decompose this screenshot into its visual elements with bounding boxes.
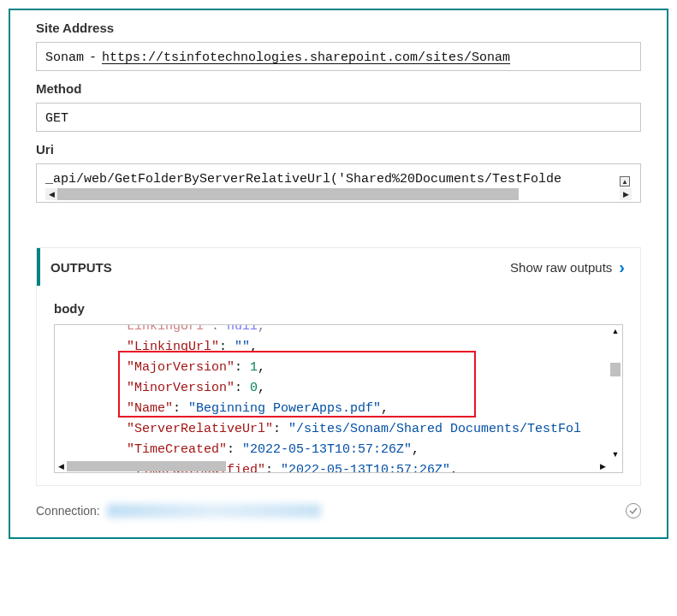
- method-value-box[interactable]: GET: [36, 103, 641, 132]
- connection-label: Connection:: [36, 504, 100, 518]
- site-address-prefix: Sonam: [45, 50, 84, 65]
- method-label: Method: [36, 81, 641, 96]
- scroll-right-arrow-icon[interactable]: ▶: [620, 188, 632, 200]
- body-vertical-scrollbar[interactable]: ▲ ▼: [609, 325, 622, 460]
- scroll-thumb-horizontal[interactable]: [67, 461, 226, 471]
- show-raw-outputs-button[interactable]: Show raw outputs ›: [510, 258, 625, 275]
- uri-horizontal-scrollbar[interactable]: ◀ ▶: [45, 188, 632, 200]
- method-group: Method GET: [36, 81, 641, 132]
- inputs-section: Site Address Sonam-https://tsinfotechnol…: [10, 21, 667, 227]
- scroll-thumb[interactable]: [57, 188, 519, 200]
- connection-footer: Connection:: [10, 486, 667, 537]
- uri-label: Uri: [36, 142, 641, 157]
- scroll-right-arrow-icon[interactable]: ▶: [597, 460, 609, 472]
- body-horizontal-scrollbar[interactable]: ◀ ▶: [55, 460, 609, 472]
- method-value: GET: [45, 111, 68, 126]
- outputs-header: OUTPUTS Show raw outputs ›: [37, 248, 640, 286]
- outputs-body-section: body LinkingUri : null, "LinkingUrl": ""…: [37, 286, 640, 485]
- scroll-thumb-vertical[interactable]: [610, 363, 621, 376]
- site-address-value-box[interactable]: Sonam-https://tsinfotechnologies.sharepo…: [36, 42, 641, 71]
- uri-value: _api/web/GetFolderByServerRelativeUrl('S…: [45, 172, 561, 187]
- scroll-left-arrow-icon[interactable]: ◀: [45, 188, 57, 200]
- site-address-group: Site Address Sonam-https://tsinfotechnol…: [36, 21, 641, 71]
- site-address-url: https://tsinfotechnologies.sharepoint.co…: [102, 50, 510, 65]
- scroll-up-arrow-icon[interactable]: ▲: [609, 325, 622, 337]
- uri-value-box[interactable]: _api/web/GetFolderByServerRelativeUrl('S…: [36, 163, 641, 203]
- outputs-card: OUTPUTS Show raw outputs › body LinkingU…: [36, 247, 641, 486]
- uri-updown-icon[interactable]: ▲ ▼: [620, 176, 630, 187]
- body-label: body: [54, 301, 623, 316]
- site-address-label: Site Address: [36, 21, 641, 35]
- show-raw-outputs-label: Show raw outputs: [510, 260, 612, 275]
- uri-group: Uri _api/web/GetFolderByServerRelativeUr…: [36, 142, 641, 203]
- chevron-right-icon: ›: [619, 258, 625, 275]
- action-run-panel: Site Address Sonam-https://tsinfotechnol…: [9, 9, 668, 539]
- outputs-title: OUTPUTS: [40, 260, 112, 275]
- body-json-box[interactable]: LinkingUri : null, "LinkingUrl": "", "Ma…: [54, 324, 623, 473]
- connection-value-redacted: [107, 504, 321, 518]
- scroll-left-arrow-icon[interactable]: ◀: [55, 460, 67, 472]
- scroll-down-arrow-icon[interactable]: ▼: [609, 448, 622, 460]
- json-output: LinkingUri : null, "LinkingUrl": "", "Ma…: [58, 324, 603, 473]
- check-circle-icon: [626, 503, 641, 518]
